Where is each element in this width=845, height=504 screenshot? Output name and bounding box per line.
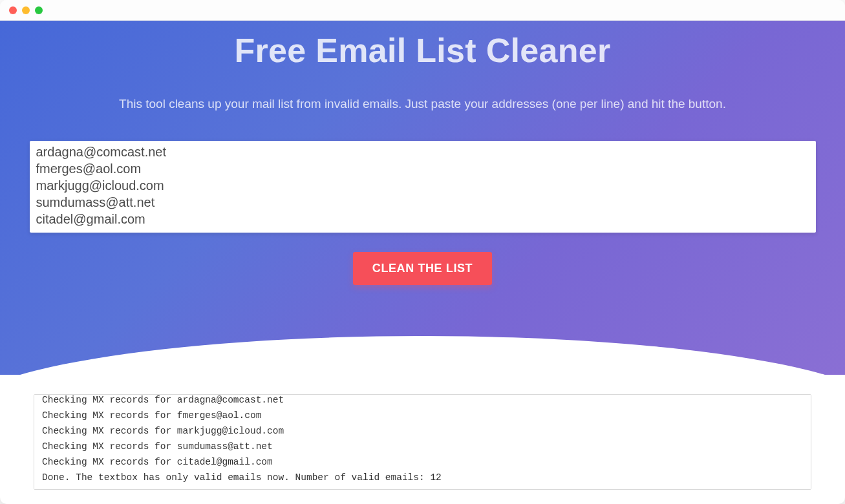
- minimize-icon[interactable]: [22, 6, 30, 14]
- results-section: [0, 375, 845, 492]
- window-titlebar: [0, 0, 845, 21]
- app-window: Free Email List Cleaner This tool cleans…: [0, 0, 845, 504]
- clean-list-button[interactable]: CLEAN THE LIST: [353, 252, 492, 285]
- zoom-icon[interactable]: [35, 6, 43, 14]
- close-icon[interactable]: [9, 6, 17, 14]
- hero-section: Free Email List Cleaner This tool cleans…: [0, 21, 845, 375]
- email-list-input[interactable]: [30, 141, 816, 233]
- page-subtitle: This tool cleans up your mail list from …: [0, 97, 845, 111]
- page-title: Free Email List Cleaner: [0, 31, 845, 70]
- log-output[interactable]: [34, 394, 811, 490]
